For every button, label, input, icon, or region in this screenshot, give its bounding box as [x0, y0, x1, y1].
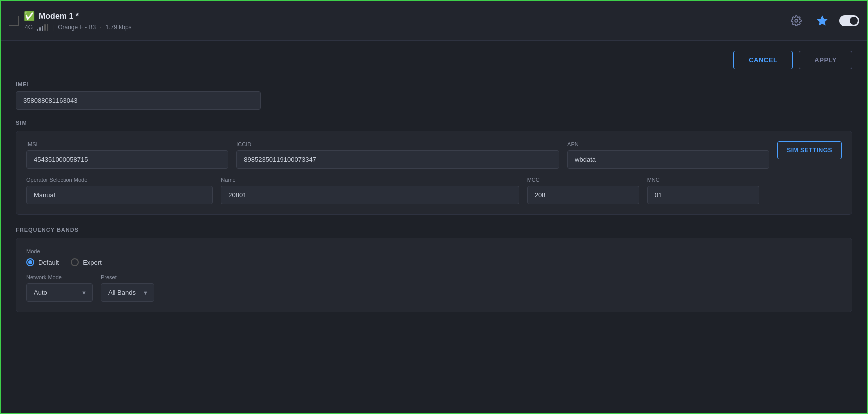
freq-card: Mode Default Expert [16, 238, 852, 312]
name-label: Name [221, 177, 519, 183]
iccid-label: ICCID [236, 141, 559, 147]
signal-bars-icon [37, 24, 48, 31]
radio-expert[interactable]: Expert [71, 258, 102, 266]
top-bar-right [787, 12, 859, 30]
mcc-group: MCC [527, 177, 639, 204]
radio-expert-label: Expert [83, 259, 102, 266]
freq-bands-label: FREQUENCY BANDS [16, 227, 852, 233]
modem-info: ✅ Modem 1 * 4G | Orange F - B3 · 1. [24, 11, 132, 31]
frequency-bands-section: FREQUENCY BANDS Mode Default Expert [16, 227, 852, 312]
radio-default[interactable]: Default [26, 258, 59, 266]
top-bar-left: ✅ Modem 1 * 4G | Orange F - B3 · 1. [9, 11, 787, 31]
sim-section-label: SIM [16, 120, 852, 126]
mode-label: Mode [26, 248, 842, 254]
apn-group: APN [567, 141, 769, 169]
preset-label: Preset [101, 274, 154, 280]
preset-select-wrapper: All Bands Custom ▼ [101, 283, 154, 302]
gear-icon [791, 15, 802, 26]
preset-select[interactable]: All Bands Custom [101, 283, 154, 302]
mode-radio-group: Default Expert [26, 258, 842, 266]
modem-title: Modem 1 * [39, 12, 79, 21]
apply-button[interactable]: APPLY [799, 51, 852, 69]
network-mode-group: Network Mode Auto LTE Only WCDMA Only GS… [26, 274, 93, 302]
speed-indicator: 1.79 kbps [106, 24, 132, 31]
op-mode-group: Operator Selection Mode [26, 177, 213, 204]
sim-settings-button[interactable]: SIM SETTINGS [777, 141, 842, 159]
mcc-input[interactable] [527, 186, 639, 204]
signal-bar-5 [47, 24, 48, 31]
separator-2: · [100, 24, 101, 31]
modem-subtitle: 4G | Orange F - B3 · 1.79 kbps [24, 24, 132, 31]
imei-input[interactable] [16, 91, 261, 110]
action-bar: CANCEL APPLY [16, 51, 852, 69]
svg-marker-1 [818, 16, 827, 24]
network-mode-label: Network Mode [26, 274, 93, 280]
radio-default-circle [26, 258, 34, 266]
operator-name: Orange F - B3 [58, 24, 96, 31]
iccid-input[interactable] [236, 150, 559, 169]
sim-section: SIM IMSI ICCID APN [16, 120, 852, 215]
signal-bar-2 [39, 27, 41, 31]
mnc-label: MNC [647, 177, 759, 183]
network-row: Network Mode Auto LTE Only WCDMA Only GS… [26, 274, 842, 302]
iccid-group: ICCID [236, 141, 559, 169]
mnc-group: MNC [647, 177, 759, 204]
status-online-icon: ✅ [24, 11, 35, 22]
svg-point-0 [795, 19, 798, 22]
op-mode-label: Operator Selection Mode [26, 177, 213, 183]
modem-title-row: ✅ Modem 1 * [24, 11, 132, 22]
imsi-input[interactable] [26, 150, 228, 169]
sim-row-2: Operator Selection Mode Name MCC MNC [26, 177, 842, 204]
gear-button[interactable] [787, 12, 805, 30]
network-mode-select[interactable]: Auto LTE Only WCDMA Only GSM Only [26, 283, 93, 302]
sim-settings-btn-wrapper: SIM SETTINGS [777, 141, 842, 159]
main-content: CANCEL APPLY IMEI SIM IMSI ICCID [1, 41, 867, 413]
sim-card: IMSI ICCID APN SIM SETTINGS [16, 131, 852, 215]
name-group: Name [221, 177, 519, 204]
imsi-group: IMSI [26, 141, 228, 169]
radio-default-label: Default [38, 259, 59, 266]
apn-input[interactable] [567, 150, 769, 169]
apn-label: APN [567, 141, 769, 147]
signal-bar-4 [44, 24, 46, 31]
top-bar: ✅ Modem 1 * 4G | Orange F - B3 · 1. [1, 1, 867, 41]
op-mode-input[interactable] [26, 186, 213, 204]
signal-bar-3 [42, 26, 43, 31]
name-input[interactable] [221, 186, 519, 204]
sim-row-1: IMSI ICCID APN SIM SETTINGS [26, 141, 842, 169]
mcc-label: MCC [527, 177, 639, 183]
mode-row: Mode Default Expert [26, 248, 842, 266]
sidebar-toggle-checkbox[interactable] [9, 16, 19, 26]
network-mode-select-wrapper: Auto LTE Only WCDMA Only GSM Only ▼ [26, 283, 93, 302]
preset-group: Preset All Bands Custom ▼ [101, 274, 154, 302]
imei-section: IMEI [16, 81, 852, 110]
radio-expert-circle [71, 258, 79, 266]
imei-label: IMEI [16, 81, 852, 87]
separator-1: | [52, 24, 54, 31]
star-icon [817, 15, 828, 26]
signal-bar-1 [37, 29, 38, 31]
modem-toggle[interactable] [839, 15, 859, 26]
mnc-input[interactable] [647, 186, 759, 204]
cancel-button[interactable]: CANCEL [733, 51, 793, 69]
network-type: 4G [25, 24, 33, 31]
imsi-label: IMSI [26, 141, 228, 147]
star-button[interactable] [813, 12, 831, 30]
